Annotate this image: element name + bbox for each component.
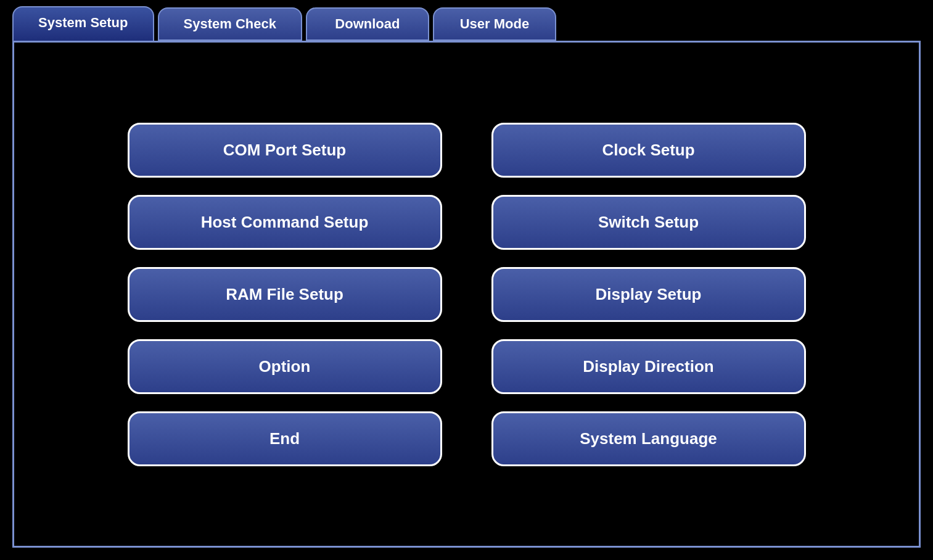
button-end[interactable]: End	[128, 411, 442, 466]
top-nav: System SetupSystem CheckDownloadUser Mod…	[0, 0, 933, 41]
button-com-port-setup[interactable]: COM Port Setup	[128, 123, 442, 178]
button-display-direction[interactable]: Display Direction	[491, 339, 806, 394]
main-content: COM Port SetupClock SetupHost Command Se…	[12, 41, 921, 548]
button-host-command-setup[interactable]: Host Command Setup	[128, 195, 442, 250]
button-grid: COM Port SetupClock SetupHost Command Se…	[128, 123, 806, 466]
button-display-setup[interactable]: Display Setup	[491, 267, 806, 322]
button-clock-setup[interactable]: Clock Setup	[491, 123, 806, 178]
nav-tab-user-mode[interactable]: User Mode	[433, 7, 556, 41]
button-system-language[interactable]: System Language	[491, 411, 806, 466]
button-ram-file-setup[interactable]: RAM File Setup	[128, 267, 442, 322]
nav-tab-system-setup[interactable]: System Setup	[12, 6, 154, 41]
nav-tab-download[interactable]: Download	[306, 7, 429, 41]
nav-tab-system-check[interactable]: System Check	[158, 7, 302, 41]
button-option[interactable]: Option	[128, 339, 442, 394]
button-switch-setup[interactable]: Switch Setup	[491, 195, 806, 250]
